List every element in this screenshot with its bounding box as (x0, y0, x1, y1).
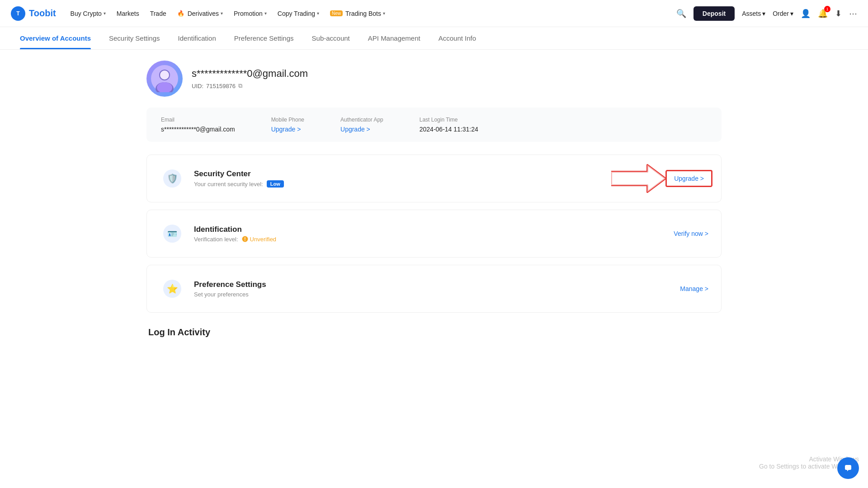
warning-icon: ! (242, 236, 248, 242)
preference-body: Preference Settings Set your preferences (194, 280, 671, 298)
profile-section: s*************0@gmail.com UID: 715159876… (146, 61, 722, 97)
security-title: Security Center (194, 169, 567, 178)
identification-icon: 🪪 (160, 221, 185, 246)
nav-promotion[interactable]: Promotion ▾ (234, 8, 267, 19)
new-badge: New (330, 10, 343, 16)
unverified-badge: ! Unverified (242, 236, 277, 243)
red-arrow-annotation: Upgrade > (611, 163, 712, 194)
preference-subtitle: Set your preferences (194, 291, 671, 298)
profile-button[interactable]: 👤 (801, 9, 811, 19)
authenticator-upgrade-link[interactable]: Upgrade > (340, 126, 370, 133)
profile-uid: UID: 715159876 ⧉ (192, 82, 308, 89)
security-body: Security Center Your current security le… (194, 169, 567, 188)
red-arrow-icon (611, 163, 665, 194)
authenticator-field: Authenticator App Upgrade > (340, 117, 383, 133)
search-button[interactable]: 🔍 (676, 9, 686, 19)
chevron-down-icon: ▾ (221, 11, 223, 16)
security-level-badge: Low (267, 180, 284, 188)
svg-text:🪪: 🪪 (167, 229, 178, 239)
security-icon: 🛡️ (160, 166, 185, 191)
identification-subtitle: Verification level: ! Unverified (194, 236, 665, 243)
chevron-down-icon: ▾ (762, 10, 765, 17)
tab-api-management[interactable]: API Management (359, 27, 429, 49)
avatar-image (151, 65, 178, 92)
profile-email: s*************0@gmail.com (192, 68, 308, 80)
tab-account-info[interactable]: Account Info (429, 27, 485, 49)
tab-overview-of-accounts[interactable]: Overview of Accounts (11, 27, 100, 49)
security-subtitle: Your current security level: Low (194, 180, 567, 188)
sub-navigation: Overview of Accounts Security Settings I… (0, 27, 868, 50)
svg-point-5 (160, 70, 169, 80)
identification-body: Identification Verification level: ! Unv… (194, 225, 665, 243)
tab-sub-account[interactable]: Sub-account (303, 27, 359, 49)
tab-identification[interactable]: Identification (169, 27, 225, 49)
mobile-phone-field: Mobile Phone Upgrade > (271, 117, 304, 133)
more-menu-button[interactable]: ⋯ (849, 9, 857, 19)
info-card: Email s*************0@gmail.com Mobile P… (146, 108, 722, 142)
last-login-field: Last Login Time 2024-06-14 11:31:24 (420, 117, 478, 133)
svg-text:T: T (16, 10, 20, 17)
chevron-down-icon: ▾ (104, 11, 106, 16)
notifications-button[interactable]: 🔔 1 (818, 9, 828, 19)
email-field: Email s*************0@gmail.com (161, 117, 235, 133)
manage-link[interactable]: Manage > (680, 285, 708, 292)
identification-title: Identification (194, 225, 665, 234)
svg-marker-10 (611, 165, 665, 192)
nav-trading-bots[interactable]: New Trading Bots ▾ (330, 8, 385, 19)
chevron-down-icon: ▾ (264, 11, 267, 16)
profile-info: s*************0@gmail.com UID: 715159876… (192, 68, 308, 89)
security-upgrade-button[interactable]: Upgrade > (665, 170, 712, 187)
top-navigation: T Toobit Buy Crypto ▾ Markets Trade 🔥 De… (0, 0, 868, 27)
avatar (146, 61, 183, 97)
mobile-upgrade-link[interactable]: Upgrade > (271, 126, 301, 133)
chevron-down-icon: ▾ (317, 11, 319, 16)
tab-security-settings[interactable]: Security Settings (100, 27, 169, 49)
logo[interactable]: T Toobit (11, 6, 56, 21)
preference-title: Preference Settings (194, 280, 671, 289)
nav-copy-trading[interactable]: Copy Trading ▾ (278, 8, 319, 19)
nav-markets[interactable]: Markets (117, 8, 139, 19)
nav-buy-crypto[interactable]: Buy Crypto ▾ (71, 8, 106, 19)
svg-text:!: ! (244, 237, 245, 242)
verify-now-link[interactable]: Verify now > (674, 230, 708, 237)
tab-preference-settings[interactable]: Preference Settings (225, 27, 303, 49)
chevron-down-icon: ▾ (383, 11, 385, 16)
logo-icon: T (11, 6, 25, 21)
nav-derivatives[interactable]: 🔥 Derivatives ▾ (177, 8, 223, 19)
chevron-down-icon: ▾ (790, 10, 793, 17)
svg-text:⭐: ⭐ (167, 283, 178, 294)
svg-text:🛡️: 🛡️ (167, 173, 178, 184)
nav-right-actions: 🔍 Deposit Assets ▾ Order ▾ 👤 🔔 1 ⬇ ⋯ (676, 6, 857, 21)
assets-button[interactable]: Assets ▾ (742, 10, 765, 17)
nav-trade[interactable]: Trade (150, 8, 166, 19)
copy-uid-button[interactable]: ⧉ (238, 82, 242, 89)
deposit-button[interactable]: Deposit (693, 6, 735, 21)
order-button[interactable]: Order ▾ (773, 10, 793, 17)
identification-card: 🪪 Identification Verification level: ! U… (146, 210, 722, 258)
preference-settings-card: ⭐ Preference Settings Set your preferenc… (146, 265, 722, 313)
fire-icon: 🔥 (177, 10, 184, 17)
notification-count: 1 (824, 6, 830, 12)
preference-icon: ⭐ (160, 276, 185, 301)
download-button[interactable]: ⬇ (835, 9, 842, 19)
logo-text: Toobit (29, 8, 56, 19)
log-in-activity-title: Log In Activity (146, 327, 722, 338)
main-content: s*************0@gmail.com UID: 715159876… (136, 50, 732, 348)
security-center-wrapper: 🛡️ Security Center Your current security… (146, 155, 722, 202)
